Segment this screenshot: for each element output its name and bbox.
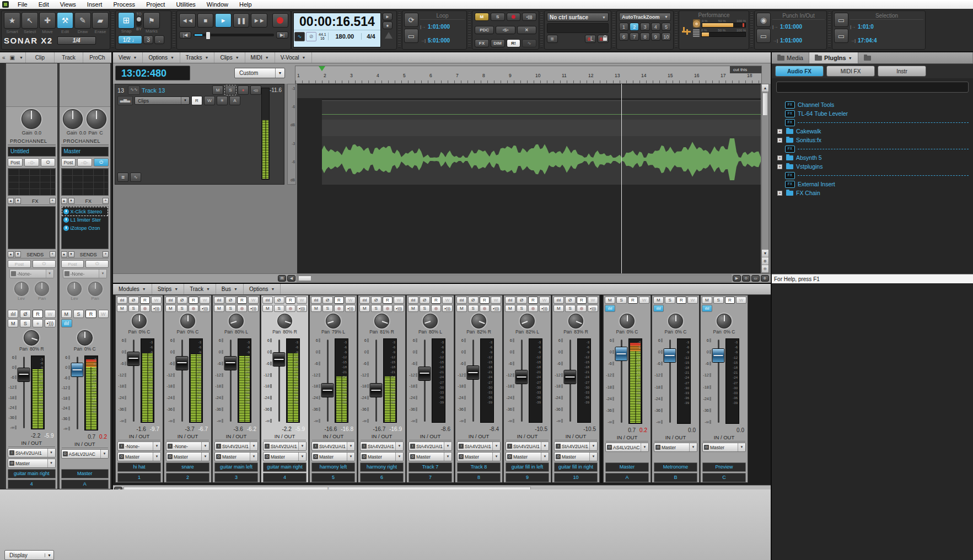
module-grip[interactable] xyxy=(398,13,401,47)
expand-icon[interactable]: + xyxy=(777,129,782,134)
meter-options-icon[interactable]: ılıl xyxy=(653,305,664,312)
gain-value[interactable]: 0.0 xyxy=(79,130,87,137)
tv-menu-options[interactable]: Options▼ xyxy=(143,52,180,63)
pan-knob[interactable] xyxy=(620,314,635,329)
peak-value[interactable]: -5.9 xyxy=(44,433,53,439)
console-strip-8[interactable]: ılılØRWMS•)))Pan82% R60-6-12-18-24-36-∞-… xyxy=(455,295,503,483)
screenset-7[interactable]: 7 xyxy=(630,33,639,41)
mute-button[interactable]: M xyxy=(408,305,418,312)
mute-button[interactable]: M xyxy=(553,305,564,312)
mute-button[interactable]: M xyxy=(505,305,515,312)
strip-number[interactable]: 10 xyxy=(554,473,598,482)
play-button[interactable]: ► xyxy=(215,13,232,28)
solo-button[interactable]: S xyxy=(616,297,627,304)
solo-button[interactable]: S xyxy=(274,305,284,312)
module-grip[interactable] xyxy=(675,13,678,47)
arm-button[interactable] xyxy=(383,305,393,312)
fx-bin[interactable]: X-Click StereoL1 limiter SteriZotope Ozo… xyxy=(61,206,109,249)
mute-button[interactable]: M xyxy=(117,305,127,312)
read-button[interactable]: R xyxy=(725,297,735,304)
phase-button[interactable]: Ø xyxy=(420,297,430,304)
strip-name[interactable]: Track 8 xyxy=(457,462,501,472)
go-to-start-button[interactable]: |◀ xyxy=(179,31,191,39)
pan-value[interactable]: 82% L xyxy=(526,329,539,336)
expand-icon[interactable]: + xyxy=(777,138,782,143)
arm-button[interactable] xyxy=(577,305,587,312)
zoom-in-button[interactable]: ⊕ xyxy=(761,275,769,282)
go-to-end-button[interactable]: ▶| xyxy=(276,31,288,39)
pan-knob[interactable] xyxy=(471,314,486,329)
output-dropdown[interactable]: OMaster▼ xyxy=(554,452,598,461)
screenset-2[interactable]: 2 xyxy=(630,23,639,31)
sends-add-button[interactable]: + xyxy=(103,251,109,257)
hscroll-thumb[interactable] xyxy=(298,276,311,281)
track-input-echo-button[interactable]: •))) xyxy=(250,85,261,95)
write-button[interactable]: W xyxy=(45,310,55,318)
pan-value[interactable]: 0% C xyxy=(187,329,199,336)
edit-filter-dropdown[interactable]: Clips▼ xyxy=(135,96,190,105)
scroll-left-button[interactable]: ◀ xyxy=(287,275,295,282)
send-post-button[interactable]: Post xyxy=(61,260,84,268)
pan-knob[interactable] xyxy=(229,314,244,329)
sends-up-icon[interactable]: ▲ xyxy=(61,251,67,257)
snap-to-by-toggle[interactable]: TO BY xyxy=(136,12,142,31)
post-button[interactable]: Post xyxy=(61,158,76,166)
volume-value[interactable]: -16.6 xyxy=(324,426,337,432)
write-button[interactable]: W xyxy=(736,297,746,304)
console-strip-1[interactable]: ılılØRWMS•)))Pan0% C60-6-12-18-24-36-∞-3… xyxy=(115,295,163,483)
clips-pane[interactable] xyxy=(297,84,761,273)
loop-start-time[interactable]: 1:01:000 xyxy=(428,24,450,30)
erase-tool-button[interactable]: ▰ xyxy=(92,12,109,29)
gain-value[interactable]: 0.0 xyxy=(35,130,42,137)
play-marker-icon[interactable] xyxy=(319,66,325,71)
input-dropdown[interactable]: IStA4V2UAI1▼ xyxy=(506,441,549,451)
meter-options-icon[interactable]: ılıl xyxy=(214,297,224,304)
console-menu-options[interactable]: Options▼ xyxy=(244,284,281,294)
volume-fader[interactable] xyxy=(175,337,189,424)
hscroll-track[interactable] xyxy=(297,274,732,282)
mute-button[interactable]: M xyxy=(605,297,615,304)
pan-value[interactable]: 80% R xyxy=(283,329,297,336)
resolution-dropdown[interactable]: 1/4 xyxy=(57,36,96,45)
send-pan-knob[interactable] xyxy=(88,282,103,296)
read-button[interactable]: R xyxy=(676,297,687,304)
punch-out-time[interactable]: 1:01:000 xyxy=(780,37,802,44)
output-dropdown[interactable]: OMaster▼ xyxy=(166,452,209,461)
inspector-tab-clip[interactable]: Clip xyxy=(25,52,54,63)
input-echo-button[interactable]: •))) xyxy=(491,305,501,312)
write-button[interactable]: W xyxy=(297,297,307,304)
solo-button[interactable]: S xyxy=(322,305,333,312)
phase-button[interactable]: Ø xyxy=(371,297,381,304)
strip-number[interactable]: 1 xyxy=(117,473,161,482)
screenset-6[interactable]: 6 xyxy=(619,33,628,41)
mute-button[interactable]: M xyxy=(456,305,467,312)
meter-options-icon[interactable]: ılıl xyxy=(262,297,273,304)
read-button[interactable]: R xyxy=(189,297,199,304)
write-button[interactable]: W xyxy=(639,297,649,304)
console-strip-5[interactable]: ılılØRWMS•)))Pan79% L60-6-12-18-24-36-∞-… xyxy=(309,295,357,483)
tree-item-external-insert[interactable]: FXExternal Insert xyxy=(785,180,973,189)
eq-display[interactable] xyxy=(8,168,56,196)
vscroll-thumb[interactable] xyxy=(762,93,768,116)
peak-value[interactable]: -9.7 xyxy=(150,426,159,432)
phase-button[interactable]: Ø xyxy=(565,297,576,304)
phase-button[interactable]: Ø xyxy=(128,297,139,304)
module-grip[interactable] xyxy=(612,13,615,47)
read-button[interactable]: R xyxy=(577,297,587,304)
gain-knob[interactable] xyxy=(21,109,41,129)
pan-knob[interactable] xyxy=(277,314,292,329)
strip-number[interactable]: 9 xyxy=(506,473,549,482)
meter-options-icon[interactable]: ılıl xyxy=(359,297,370,304)
mute-button[interactable]: M xyxy=(311,305,321,312)
control-surface-dropdown[interactable]: No ctrl surface▼ xyxy=(547,13,609,21)
arm-button[interactable] xyxy=(237,305,248,312)
meter-options-icon[interactable]: ılıl xyxy=(61,319,72,327)
mute-button[interactable]: M xyxy=(262,305,273,312)
fx-item[interactable]: iZotope Ozon xyxy=(62,224,108,232)
module-grip[interactable] xyxy=(750,13,753,47)
strip-name[interactable]: harmony left xyxy=(311,462,355,472)
console-strip-6[interactable]: ılılØRWMS•)))Pan81% R60-6-12-18-24-36-∞-… xyxy=(358,295,406,483)
output-dropdown[interactable]: OMaster▼ xyxy=(457,452,501,461)
screenset-4[interactable]: 4 xyxy=(651,23,660,31)
arm-button[interactable]: ● xyxy=(33,319,43,327)
